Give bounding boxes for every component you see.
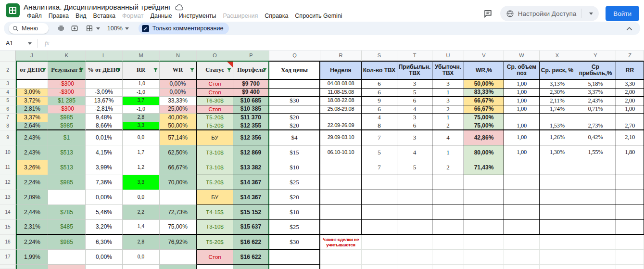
cell-S14[interactable]: [362, 205, 397, 220]
cell-O8[interactable]: Т5-20$: [197, 122, 233, 131]
row-header-8[interactable]: 8: [0, 122, 16, 131]
cell-L6[interactable]: -2,81%: [86, 105, 123, 114]
cell-U10[interactable]: 1: [432, 145, 464, 160]
cell-R17[interactable]: [320, 250, 362, 265]
cell-W3[interactable]: 1,00: [504, 80, 540, 89]
cell-W18[interactable]: [504, 265, 540, 269]
cell-Z15[interactable]: [616, 220, 644, 235]
cell-W14[interactable]: [504, 205, 540, 220]
column-header-W[interactable]: W: [504, 51, 540, 62]
cell-M15[interactable]: 1,4: [123, 220, 160, 235]
cell-Z6[interactable]: 1,00: [616, 105, 644, 114]
cell-Y11[interactable]: [575, 160, 616, 175]
row-header-13[interactable]: 13: [0, 190, 16, 205]
cell-Y18[interactable]: [575, 265, 616, 269]
cell-N18[interactable]: [160, 265, 197, 269]
cell-N13[interactable]: [160, 190, 197, 205]
row-header-17[interactable]: 17: [0, 250, 16, 265]
cell-Z9[interactable]: 2,10: [616, 130, 644, 145]
cell-R18[interactable]: [320, 265, 362, 269]
row-header-4[interactable]: 4: [0, 89, 16, 97]
cell-L15[interactable]: 3,20%: [86, 220, 123, 235]
row-header-2[interactable]: 2: [0, 62, 16, 80]
cell-T14[interactable]: [397, 205, 432, 220]
cell-Y7[interactable]: [575, 114, 616, 122]
cell-X2[interactable]: Ср. риск, %: [540, 62, 575, 80]
row-header-6[interactable]: 6: [0, 105, 16, 114]
cell-X15[interactable]: [540, 220, 575, 235]
menu-item-2[interactable]: Правка: [45, 12, 72, 20]
cell-W15[interactable]: [504, 220, 540, 235]
column-header-U[interactable]: U: [432, 51, 464, 62]
cell-T8[interactable]: 6: [397, 122, 432, 131]
cell-S3[interactable]: 6: [362, 80, 397, 89]
cell-W2[interactable]: Ср. объем поз: [504, 62, 540, 80]
cell-U3[interactable]: 3: [432, 80, 464, 89]
cell-Z17[interactable]: [616, 250, 644, 265]
cell-J15[interactable]: 2,31%: [16, 220, 48, 235]
column-header-O[interactable]: O: [197, 51, 233, 62]
cell-O10[interactable]: Т3-10$: [197, 145, 233, 160]
cell-Y16[interactable]: [575, 235, 616, 250]
cell-P16[interactable]: $16 622: [233, 235, 269, 250]
cell-K11[interactable]: $513: [48, 160, 86, 175]
cell-J7[interactable]: 3,37%: [16, 114, 48, 122]
cell-P18[interactable]: [233, 265, 269, 269]
cell-X18[interactable]: [540, 265, 575, 269]
cell-K9[interactable]: $1: [48, 130, 86, 145]
cell-L8[interactable]: 8,66%: [86, 122, 123, 131]
row-header-9[interactable]: 9: [0, 130, 16, 145]
document-title[interactable]: Аналитика. Дисциплинированный трейдинг: [24, 3, 171, 11]
cell-P11[interactable]: $13 382: [233, 160, 269, 175]
cell-Q4[interactable]: [269, 89, 320, 97]
cell-R12[interactable]: [320, 175, 362, 190]
cell-O16[interactable]: Т5-20$: [197, 235, 233, 250]
column-header-V[interactable]: V: [464, 51, 504, 62]
cell-U16[interactable]: [432, 235, 464, 250]
cell-S17[interactable]: [362, 250, 397, 265]
cell-W17[interactable]: [504, 250, 540, 265]
cell-M9[interactable]: 0,0: [123, 130, 160, 145]
cell-J10[interactable]: 2,43%: [16, 145, 48, 160]
cell-J16[interactable]: 2,24%: [16, 235, 48, 250]
cell-J12[interactable]: 2,24%: [16, 175, 48, 190]
cell-X11[interactable]: [540, 160, 575, 175]
cell-P7[interactable]: $11 370: [233, 114, 269, 122]
cell-S7[interactable]: 4: [362, 114, 397, 122]
cell-S16[interactable]: [362, 235, 397, 250]
column-header-J[interactable]: J: [16, 51, 48, 62]
cell-N4[interactable]: 0,00%: [160, 89, 197, 97]
cell-L12[interactable]: 7,36%: [86, 175, 123, 190]
cell-Y9[interactable]: 0,42%: [575, 130, 616, 145]
cell-W13[interactable]: [504, 190, 540, 205]
cell-K18[interactable]: [48, 265, 86, 269]
cell-M17[interactable]: 0,0: [123, 250, 160, 265]
cell-P8[interactable]: $12 355: [233, 122, 269, 131]
share-settings-button[interactable]: Настройки Доступа: [500, 6, 599, 21]
cell-Z8[interactable]: 2,70: [616, 122, 644, 131]
cell-Z18[interactable]: [616, 265, 644, 269]
cell-N3[interactable]: 0,00%: [160, 80, 197, 89]
cell-J8[interactable]: 2,64%: [16, 122, 48, 131]
select-all-corner[interactable]: [0, 51, 16, 62]
cell-U2[interactable]: Убыточн. ТВХ: [432, 62, 464, 80]
cell-T3[interactable]: 3: [397, 80, 432, 89]
cell-U5[interactable]: 3: [432, 97, 464, 105]
cell-M10[interactable]: 1,7: [123, 145, 160, 160]
cell-Q17[interactable]: [269, 250, 320, 265]
filter-icon[interactable]: [79, 68, 84, 73]
cell-J2[interactable]: от ДЕПО: [16, 62, 48, 80]
cell-N6[interactable]: 25,00%: [160, 105, 197, 114]
row-header-16[interactable]: 16: [0, 235, 16, 250]
cell-K14[interactable]: $785: [48, 205, 86, 220]
menu-item-4[interactable]: Вставка: [90, 12, 119, 20]
column-header-Z[interactable]: Z: [616, 51, 644, 62]
cell-J18[interactable]: [16, 265, 48, 269]
cell-W7[interactable]: [504, 114, 540, 122]
cell-S15[interactable]: [362, 220, 397, 235]
cell-Z16[interactable]: [616, 235, 644, 250]
cell-L13[interactable]: 0,00%: [86, 190, 123, 205]
cell-Q3[interactable]: [269, 80, 320, 89]
cell-T9[interactable]: 3: [397, 130, 432, 145]
cell-S6[interactable]: 6: [362, 105, 397, 114]
